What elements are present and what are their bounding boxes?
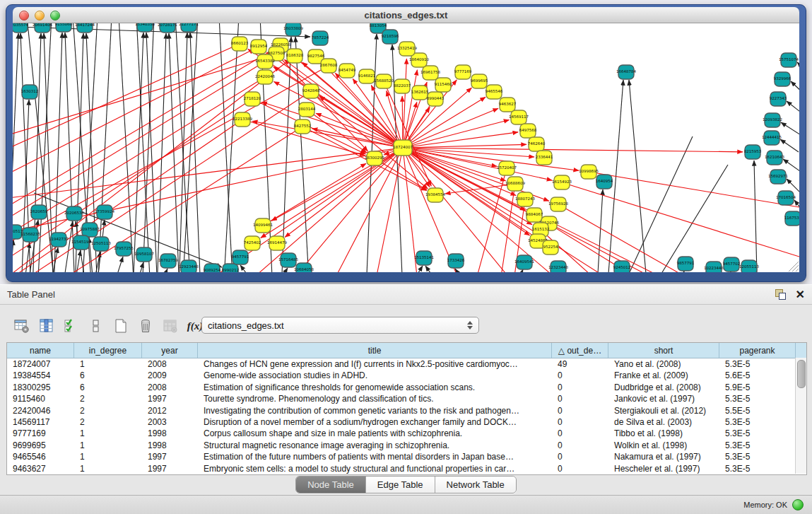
graph-node[interactable]: 2035574	[13, 23, 29, 33]
graph-node[interactable]: 15716485	[278, 253, 298, 267]
graph-node[interactable]: 8990443	[427, 92, 445, 106]
graph-node[interactable]: 16210643	[765, 151, 784, 165]
graph-node[interactable]: 17016504	[776, 191, 796, 205]
close-panel-icon[interactable]: ✕	[796, 289, 805, 300]
graph-node[interactable]: 16543382	[255, 54, 275, 69]
graph-node[interactable]: 20691406	[33, 23, 52, 33]
graph-node[interactable]: 9115460	[435, 78, 452, 92]
graph-node[interactable]: 10975887	[80, 223, 100, 237]
table-row[interactable]: 946554611997Estimation of the future num…	[7, 451, 806, 462]
graph-node[interactable]: 8454749	[339, 64, 356, 78]
graph-node[interactable]: 16154923	[552, 175, 572, 189]
graph-node[interactable]: 8912954	[250, 40, 268, 54]
table-scrollbar[interactable]	[795, 358, 806, 474]
graph-node[interactable]: 9146821	[358, 69, 376, 83]
graph-node[interactable]: 1640954	[596, 175, 613, 189]
graph-node[interactable]: 1630312	[21, 85, 39, 99]
graph-node[interactable]: 2803144	[298, 103, 316, 117]
float-panel-icon[interactable]	[775, 289, 786, 300]
select-all-columns-icon[interactable]	[62, 317, 81, 335]
graph-node[interactable]: 9245012	[613, 261, 631, 272]
graph-node[interactable]: 14099461	[253, 218, 273, 233]
graph-node[interactable]: 11568235	[20, 228, 40, 242]
graph-node[interactable]: 8186328	[286, 49, 304, 63]
graph-node[interactable]: 8990212	[222, 264, 240, 272]
tab-edge-table[interactable]: Edge Table	[366, 477, 435, 493]
column-header-out_de[interactable]: △ out_de…	[552, 343, 608, 358]
graph-node[interactable]: 15720407	[497, 161, 517, 175]
graph-node[interactable]: 2620659	[30, 205, 48, 219]
graph-node[interactable]: 16914479	[267, 236, 287, 250]
graph-node[interactable]: 8427552	[294, 119, 312, 134]
graph-node[interactable]: 15751074	[779, 53, 799, 67]
column-header-title[interactable]: title	[198, 343, 552, 358]
graph-node[interactable]: 9463627	[499, 98, 517, 112]
graph-node[interactable]: 16033809	[283, 23, 303, 36]
graph-node[interactable]: 12055113	[739, 260, 759, 272]
new-table-icon[interactable]	[112, 317, 130, 335]
graph-node[interactable]: 2867608	[320, 59, 338, 73]
graph-node[interactable]: 1733426	[447, 254, 465, 268]
table-row[interactable]: 977716911998Corpus callosum shape and si…	[7, 428, 806, 439]
tab-network-table[interactable]: Network Table	[435, 477, 516, 493]
graph-node[interactable]: 12923448	[179, 260, 199, 272]
graph-node[interactable]: 10684058	[294, 263, 314, 272]
graph-node[interactable]: 17359924	[95, 205, 114, 219]
graph-node[interactable]: 9227343	[770, 92, 787, 106]
graph-node[interactable]: 9242848	[302, 84, 320, 98]
column-header-name[interactable]: name	[7, 343, 74, 358]
graph-node[interactable]: 12213389	[233, 112, 252, 127]
graph-node[interactable]: 10223448	[704, 262, 724, 272]
graph-node[interactable]: 10688609	[505, 177, 525, 191]
table-row[interactable]: 1938455462009Genome-wide association stu…	[7, 370, 806, 381]
graph-node[interactable]: 11942737	[49, 233, 69, 247]
graph-node[interactable]: 9457791	[232, 250, 249, 264]
network-canvas[interactable]: 2035574206914069155060184172441534035820…	[13, 23, 799, 272]
graph-node[interactable]: 17957255	[114, 242, 134, 256]
graph-node[interactable]: 9777169	[454, 65, 472, 79]
graph-node[interactable]: 7425402	[244, 236, 261, 250]
graph-node[interactable]: 11545194	[71, 235, 91, 250]
graph-node[interactable]: 2336441	[536, 151, 553, 165]
graph-node[interactable]: 15135141	[414, 251, 434, 265]
table-settings-icon[interactable]	[13, 317, 31, 335]
graph-node[interactable]: 9884067	[526, 208, 543, 222]
scrollbar-thumb[interactable]	[797, 360, 806, 388]
graph-node[interactable]: 9465546	[486, 85, 503, 99]
show-column-icon[interactable]	[37, 317, 56, 335]
column-header-year[interactable]: year	[142, 343, 198, 358]
table-row[interactable]: 911546021997Tourette syndrome. Phenomeno…	[7, 393, 806, 404]
table-row[interactable]: 1830029562008Estimation of significance …	[7, 382, 806, 393]
table-row[interactable]: 1872400712008Changes of HCN gene express…	[7, 358, 806, 370]
graph-node[interactable]: 8660123	[231, 37, 249, 51]
graph-node[interactable]: 20206536	[64, 206, 84, 221]
graph-node[interactable]: 14569117	[509, 110, 529, 124]
graph-node[interactable]: 19756928	[548, 197, 568, 211]
column-header-short[interactable]: short	[608, 343, 719, 358]
graph-node[interactable]: 9457702	[723, 257, 741, 271]
table-selector-dropdown[interactable]: citations_edges.txt	[201, 317, 479, 334]
graph-node[interactable]: 10998695	[579, 165, 599, 179]
graph-node[interactable]: 12444415	[762, 131, 782, 145]
graph-node[interactable]: 8822037	[394, 79, 411, 93]
graph-node[interactable]: 19384554	[425, 188, 445, 202]
graph-node[interactable]: 7462640	[528, 137, 546, 151]
graph-node[interactable]: 18300295	[365, 151, 384, 165]
graph-node[interactable]: 15692971	[768, 170, 788, 184]
graph-node[interactable]: 15688520	[374, 74, 394, 88]
graph-node[interactable]: 9155060	[55, 23, 73, 32]
graph-node[interactable]: 16782759	[158, 254, 178, 268]
graph-node[interactable]: 9857791	[677, 257, 695, 271]
graph-node[interactable]: 12323448	[548, 261, 568, 272]
resize-grip-icon[interactable]	[789, 262, 799, 271]
column-header-pagerank[interactable]: pagerank	[719, 343, 796, 358]
graph-node[interactable]: 8215953	[744, 145, 762, 159]
zoom-window-button[interactable]	[50, 11, 60, 21]
graph-node[interactable]: 16409541	[514, 255, 534, 269]
graph-node[interactable]: 13325419	[397, 42, 417, 56]
graph-node[interactable]: 20728171	[158, 23, 177, 33]
table-row[interactable]: 946362711997Embryonic stem cells: a mode…	[7, 463, 806, 474]
minimize-window-button[interactable]	[35, 11, 45, 21]
graph-node[interactable]: 1167531	[784, 211, 799, 226]
graph-node[interactable]: 22420046	[255, 70, 275, 84]
